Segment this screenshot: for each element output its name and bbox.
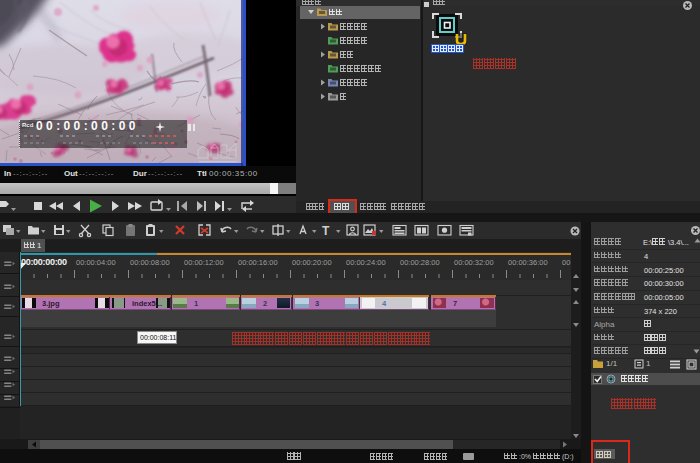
svg-text:T: T [322,224,330,238]
